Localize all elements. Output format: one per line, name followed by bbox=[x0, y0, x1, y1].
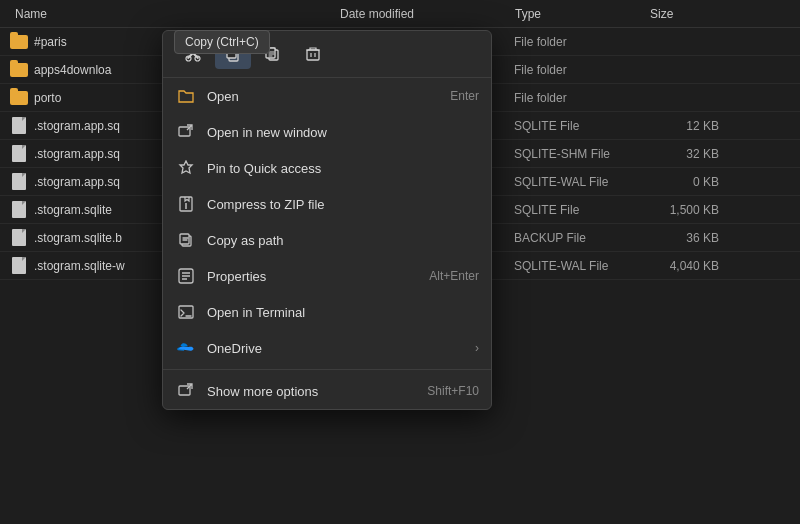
menu-terminal-label: Open in Terminal bbox=[207, 305, 479, 320]
delete-button[interactable] bbox=[295, 39, 331, 69]
pin-icon bbox=[175, 157, 197, 179]
col-header-type: Type bbox=[515, 7, 650, 21]
file-size: 12 KB bbox=[649, 119, 729, 133]
menu-item-show-more[interactable]: Show more options Shift+F10 bbox=[163, 373, 491, 409]
file-icon bbox=[10, 173, 28, 191]
file-icon bbox=[10, 145, 28, 163]
delete-icon bbox=[305, 46, 321, 62]
file-size: 32 KB bbox=[649, 147, 729, 161]
file-size: 0 KB bbox=[649, 175, 729, 189]
menu-compress-label: Compress to ZIP file bbox=[207, 197, 479, 212]
open-icon bbox=[175, 85, 197, 107]
menu-item-open[interactable]: Open Enter bbox=[163, 78, 491, 114]
file-icon bbox=[10, 229, 28, 247]
terminal-icon bbox=[175, 301, 197, 323]
file-type: BACKUP File bbox=[514, 231, 649, 245]
column-header-row: Name Date modified Type Size bbox=[0, 0, 800, 28]
menu-item-onedrive[interactable]: OneDrive › bbox=[163, 330, 491, 366]
col-header-name: Name bbox=[10, 7, 340, 21]
folder-icon bbox=[10, 89, 28, 107]
file-icon bbox=[10, 257, 28, 275]
menu-show-more-label: Show more options bbox=[207, 384, 407, 399]
file-type: SQLITE-WAL File bbox=[514, 175, 649, 189]
menu-show-more-shortcut: Shift+F10 bbox=[427, 384, 479, 398]
zip-icon bbox=[175, 193, 197, 215]
menu-copy-path-label: Copy as path bbox=[207, 233, 479, 248]
menu-item-properties[interactable]: Properties Alt+Enter bbox=[163, 258, 491, 294]
onedrive-submenu-arrow: › bbox=[475, 341, 479, 355]
onedrive-icon bbox=[175, 337, 197, 359]
menu-open-new-window-label: Open in new window bbox=[207, 125, 479, 140]
file-icon bbox=[10, 201, 28, 219]
file-type: SQLITE File bbox=[514, 203, 649, 217]
menu-item-open-terminal[interactable]: Open in Terminal bbox=[163, 294, 491, 330]
file-size: 4,040 KB bbox=[649, 259, 729, 273]
file-size: 1,500 KB bbox=[649, 203, 729, 217]
menu-pin-label: Pin to Quick access bbox=[207, 161, 479, 176]
folder-icon bbox=[10, 61, 28, 79]
file-type: File folder bbox=[514, 63, 649, 77]
folder-icon bbox=[10, 33, 28, 51]
file-type: SQLITE File bbox=[514, 119, 649, 133]
menu-onedrive-label: OneDrive bbox=[207, 341, 467, 356]
show-more-icon bbox=[175, 380, 197, 402]
menu-properties-shortcut: Alt+Enter bbox=[429, 269, 479, 283]
copy-tooltip: Copy (Ctrl+C) bbox=[174, 30, 270, 54]
svg-rect-15 bbox=[180, 234, 189, 244]
file-type: File folder bbox=[514, 91, 649, 105]
file-icon bbox=[10, 117, 28, 135]
file-type: SQLITE-SHM File bbox=[514, 147, 649, 161]
menu-item-copy-as-path[interactable]: Copy as path bbox=[163, 222, 491, 258]
menu-open-label: Open bbox=[207, 89, 430, 104]
menu-open-shortcut: Enter bbox=[450, 89, 479, 103]
menu-item-pin-quick-access[interactable]: Pin to Quick access bbox=[163, 150, 491, 186]
file-size: 36 KB bbox=[649, 231, 729, 245]
col-header-date: Date modified bbox=[340, 7, 515, 21]
col-header-size: Size bbox=[650, 7, 730, 21]
menu-properties-label: Properties bbox=[207, 269, 409, 284]
copy-path-icon bbox=[175, 229, 197, 251]
file-type: SQLITE-WAL File bbox=[514, 259, 649, 273]
context-menu: Open Enter Open in new window Pin to Qui… bbox=[162, 30, 492, 410]
svg-rect-6 bbox=[307, 50, 319, 60]
menu-separator bbox=[163, 369, 491, 370]
properties-icon bbox=[175, 265, 197, 287]
open-new-window-icon bbox=[175, 121, 197, 143]
menu-item-open-new-window[interactable]: Open in new window bbox=[163, 114, 491, 150]
copy-tooltip-label: Copy (Ctrl+C) bbox=[185, 35, 259, 49]
menu-item-compress-zip[interactable]: Compress to ZIP file bbox=[163, 186, 491, 222]
file-type: File folder bbox=[514, 35, 649, 49]
